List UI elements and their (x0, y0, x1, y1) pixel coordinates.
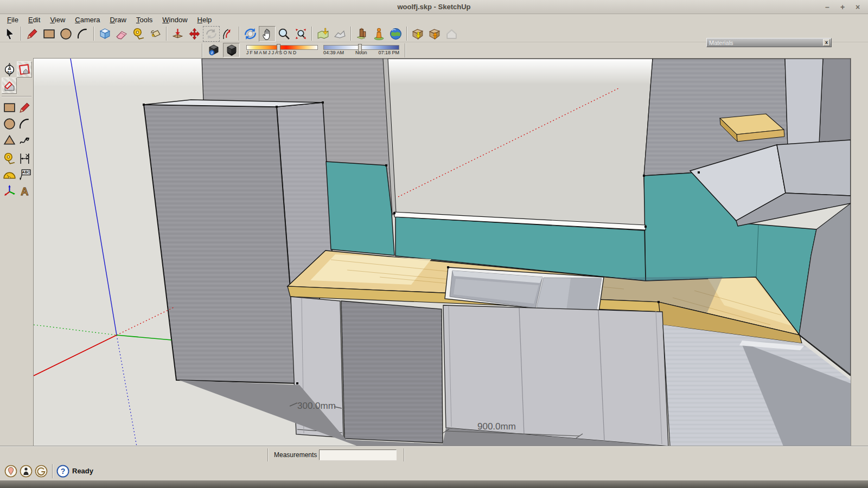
menu-edit[interactable]: Edit (23, 15, 45, 25)
arc-icon (76, 27, 90, 41)
dimension-300-label: 300.0mm (297, 401, 336, 411)
toggle-shadows-button[interactable] (223, 43, 240, 57)
google-earth-button[interactable] (387, 26, 404, 42)
month-slider-track[interactable] (246, 45, 318, 50)
tape-measure-button-left[interactable] (2, 150, 17, 166)
line-tool-button-left[interactable] (17, 99, 32, 115)
rectangle-tool-button-left[interactable] (2, 99, 17, 115)
eraser-icon (115, 27, 129, 41)
select-tool-button[interactable] (2, 26, 18, 42)
menu-help[interactable]: Help (193, 15, 217, 25)
google-earth-icon (389, 27, 403, 41)
close-button[interactable]: × (853, 2, 863, 12)
text-abc-icon: ABC (18, 168, 31, 182)
model-figure-icon (372, 27, 386, 41)
window-title: woolfj.skp - SketchUp (0, 3, 868, 11)
materials-panel-titlebar[interactable]: Materials x (706, 38, 832, 47)
get-models-button[interactable] (410, 26, 426, 42)
section-cut-icon (3, 79, 16, 93)
toggle-terrain-icon (333, 27, 347, 41)
circle-icon (59, 27, 73, 41)
circle-icon (3, 117, 16, 131)
arc-tool-button-left[interactable] (17, 115, 32, 132)
toolbar-separator (202, 43, 203, 57)
time-slider-track[interactable] (323, 45, 399, 50)
3d-text-tool-button[interactable]: A (17, 183, 32, 199)
push-pull-button[interactable] (169, 26, 186, 42)
place-model-button[interactable] (371, 26, 387, 42)
dimension-icon (18, 152, 31, 165)
month-slider-thumb[interactable] (277, 44, 280, 52)
protractor-tool-button[interactable] (2, 166, 17, 183)
svg-text:ABC: ABC (22, 170, 30, 174)
offset-icon (221, 27, 235, 41)
text-tool-button[interactable]: ABC (17, 166, 32, 183)
maximize-button[interactable]: + (838, 2, 847, 12)
polygon-tool-button[interactable] (2, 132, 17, 148)
shadow-settings-button[interactable]: i (205, 43, 222, 57)
toolbar-separator (239, 27, 240, 41)
tape-measure-button[interactable] (130, 26, 147, 42)
geolocation-status-icon[interactable] (4, 465, 17, 480)
line-tool-button[interactable] (24, 26, 41, 42)
menu-view[interactable]: View (45, 15, 70, 25)
menu-camera[interactable]: Camera (70, 15, 105, 25)
measurements-input[interactable] (319, 450, 397, 460)
toolbar-separator (166, 27, 167, 41)
zoom-extents-button[interactable] (292, 26, 309, 42)
eraser-tool-button[interactable] (113, 26, 130, 42)
dimension-tool-button[interactable] (17, 150, 32, 166)
arc-tool-button[interactable] (74, 26, 91, 42)
status-bar: ? Ready (0, 462, 868, 480)
axes-compass-button[interactable]: CR-5 (2, 61, 17, 78)
pan-tool-button[interactable] (259, 26, 276, 42)
toolbar-separator (350, 27, 352, 41)
upload-model-button[interactable] (426, 26, 443, 42)
claim-credit-status-icon[interactable] (20, 465, 33, 480)
toolbar-separator (405, 43, 406, 57)
menu-window[interactable]: Window (157, 15, 192, 25)
axes-tool-button[interactable] (2, 183, 17, 199)
dimension-900-label: 900.0mm (477, 421, 516, 432)
toolbar-separator (406, 27, 407, 41)
credits-status-icon[interactable] (35, 465, 48, 480)
menu-file[interactable]: File (2, 15, 23, 25)
section-cut-button[interactable] (2, 78, 17, 94)
pencil-icon (25, 27, 39, 41)
shadow-month-slider[interactable]: J F M A M J J A S O N D (246, 45, 318, 55)
orbit-tool-button[interactable] (242, 26, 259, 42)
paint-bucket-icon (149, 27, 162, 41)
move-tool-button[interactable] (186, 26, 203, 42)
make-component-button[interactable] (97, 26, 113, 42)
building-maker-button[interactable] (443, 26, 460, 42)
zoom-tool-button[interactable] (276, 26, 292, 42)
shadow-settings-icon: i (207, 44, 220, 57)
section-plane-button[interactable] (17, 61, 32, 78)
menu-tools[interactable]: Tools (131, 15, 157, 25)
offset-tool-button[interactable] (220, 26, 237, 42)
rectangle-tool-button[interactable] (41, 26, 58, 42)
materials-close-button[interactable]: x (823, 39, 830, 46)
svg-text:R-5: R-5 (7, 70, 11, 74)
circle-tool-button[interactable] (58, 26, 74, 42)
add-location-button[interactable] (315, 26, 331, 42)
model-viewport[interactable]: 300.0mm 900.0mm (34, 58, 851, 446)
kitchen-scene[interactable]: 300.0mm 900.0mm (34, 59, 851, 446)
polygon-icon (3, 133, 16, 147)
circle-tool-button-left[interactable] (2, 115, 17, 132)
menu-draw[interactable]: Draw (105, 15, 131, 25)
toggle-terrain-button[interactable] (331, 26, 348, 42)
arc-icon (18, 117, 31, 131)
title-bar[interactable]: woolfj.skp - SketchUp – + × (0, 0, 868, 14)
rotate-tool-button[interactable] (203, 26, 220, 42)
help-icon[interactable]: ? (56, 465, 69, 480)
svg-text:C: C (8, 66, 10, 69)
minimize-button[interactable]: – (822, 2, 832, 12)
paint-bucket-button[interactable] (147, 26, 164, 42)
freehand-tool-button[interactable] (17, 132, 32, 148)
time-slider-thumb[interactable] (358, 44, 362, 52)
move-icon (188, 27, 201, 41)
photo-textures-button[interactable] (354, 26, 371, 42)
palette-divider (2, 96, 31, 97)
shadow-time-slider[interactable]: 04:39 AM Noon 07:18 PM (323, 45, 399, 55)
